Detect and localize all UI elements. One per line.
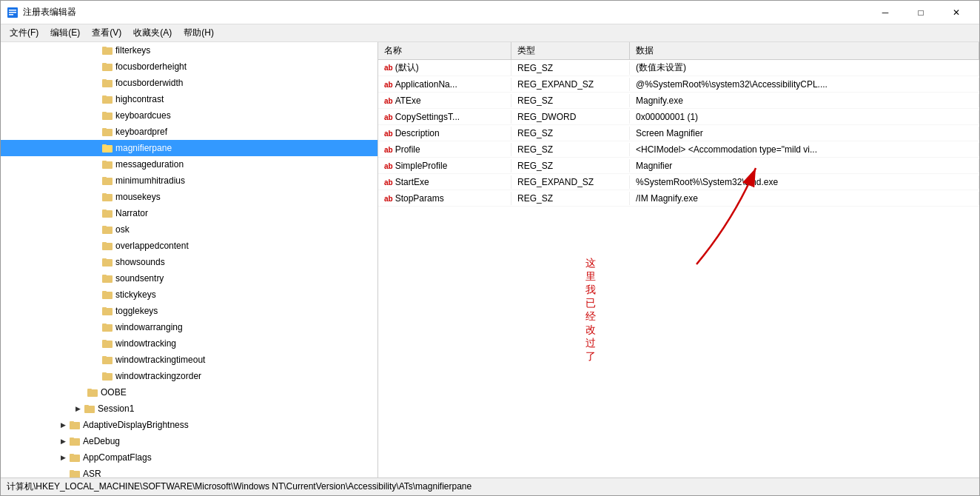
tree-item-windowtrackingtimeout[interactable]: windowtrackingtimeout bbox=[1, 352, 377, 368]
tree-item-magnifierpane[interactable]: magnifierpane bbox=[1, 140, 377, 156]
menu-help[interactable]: 帮助(H) bbox=[178, 25, 220, 41]
folder-icon bbox=[87, 386, 98, 398]
tree-item-highcontrast[interactable]: highcontrast bbox=[1, 91, 377, 107]
tree-label: messageduration bbox=[115, 159, 184, 170]
tree-container[interactable]: filterkeys focusborderheight focusborder… bbox=[1, 42, 377, 477]
tree-label: keyboardcues bbox=[115, 110, 171, 121]
reg-type: REG_SZ bbox=[511, 94, 630, 107]
header-data[interactable]: 数据 bbox=[630, 42, 979, 59]
registry-row-stopparams[interactable]: abStopParams REG_SZ /IM Magnify.exe bbox=[378, 190, 979, 207]
header-type[interactable]: 类型 bbox=[511, 42, 630, 59]
registry-row-atexe[interactable]: abATExe REG_SZ Magnify.exe bbox=[378, 93, 979, 109]
reg-type: REG_EXPAND_SZ bbox=[511, 175, 630, 189]
tree-item-osk[interactable]: osk bbox=[1, 221, 377, 238]
svg-rect-24 bbox=[102, 210, 113, 218]
svg-rect-30 bbox=[102, 259, 113, 267]
svg-rect-45 bbox=[102, 372, 107, 374]
svg-rect-2 bbox=[9, 12, 16, 13]
menu-file[interactable]: 文件(F) bbox=[4, 25, 44, 41]
title-controls: ─ □ ✕ bbox=[868, 1, 973, 24]
tree-item-session1[interactable]: ▶ Session1 bbox=[1, 401, 377, 417]
registry-row-startexe[interactable]: abStartExe REG_EXPAND_SZ %SystemRoot%\Sy… bbox=[378, 174, 979, 190]
svg-rect-14 bbox=[102, 129, 113, 136]
svg-rect-33 bbox=[102, 275, 107, 276]
tree-item-adaptivedisplaybrightness[interactable]: ▶ AdaptiveDisplayBrightness bbox=[1, 417, 377, 433]
svg-rect-6 bbox=[102, 64, 113, 71]
reg-data: /IM Magnify.exe bbox=[630, 192, 979, 205]
folder-icon bbox=[69, 419, 81, 431]
registry-row-copysettings[interactable]: abCopySettingsT... REG_DWORD 0x00000001 … bbox=[378, 109, 979, 125]
svg-rect-15 bbox=[102, 128, 107, 130]
svg-rect-23 bbox=[102, 193, 107, 195]
registry-row-profile[interactable]: abProfile REG_SZ <HCIModel> <Accommodati… bbox=[378, 141, 979, 158]
svg-rect-8 bbox=[102, 80, 113, 87]
tree-item-mousekeys[interactable]: mousekeys bbox=[1, 189, 377, 205]
tree-item-appcompatflags[interactable]: ▶ AppCompatFlags bbox=[1, 449, 377, 466]
tree-item-stickykeys[interactable]: stickykeys bbox=[1, 286, 377, 303]
tree-label: magnifierpane bbox=[115, 143, 172, 153]
tree-item-windowtracking[interactable]: windowtracking bbox=[1, 335, 377, 352]
tree-label: mousekeys bbox=[115, 192, 161, 202]
expand-icon bbox=[90, 44, 101, 56]
tree-item-asr[interactable]: ASR bbox=[1, 466, 377, 477]
tree-item-oobe[interactable]: OOBE bbox=[1, 384, 377, 401]
svg-rect-40 bbox=[102, 341, 113, 348]
registry-row-description[interactable]: abDescription REG_SZ Screen Magnifier bbox=[378, 125, 979, 141]
tree-label: highcontrast bbox=[115, 94, 164, 104]
tree-item-showsounds[interactable]: showsounds bbox=[1, 254, 377, 270]
svg-rect-34 bbox=[102, 292, 113, 299]
registry-row-simpleprofile[interactable]: abSimpleProfile REG_SZ Magnifier bbox=[378, 158, 979, 174]
svg-rect-19 bbox=[102, 161, 107, 162]
folder-icon bbox=[101, 126, 113, 138]
tree-item-keyboardpref[interactable]: keyboardpref bbox=[1, 124, 377, 140]
reg-name: abDescription bbox=[378, 127, 511, 140]
ab-icon: ab bbox=[384, 64, 393, 72]
header-name[interactable]: 名称 bbox=[378, 42, 511, 59]
folder-icon bbox=[101, 93, 113, 105]
registry-row-appname[interactable]: abApplicationNa... REG_EXPAND_SZ @%Syste… bbox=[378, 76, 979, 93]
svg-rect-43 bbox=[102, 356, 107, 358]
tree-label: stickykeys bbox=[115, 289, 156, 300]
tree-item-filterkeys[interactable]: filterkeys bbox=[1, 42, 377, 58]
status-text: 计算机\HKEY_LOCAL_MACHINE\SOFTWARE\Microsof… bbox=[7, 480, 471, 493]
tree-item-soundsentry[interactable]: soundsentry bbox=[1, 270, 377, 286]
svg-rect-47 bbox=[87, 389, 92, 390]
registry-table[interactable]: 名称 类型 数据 ab(默认) REG_SZ (数值未设置) bbox=[378, 42, 979, 477]
reg-data: Magnify.exe bbox=[630, 94, 979, 107]
svg-rect-32 bbox=[102, 275, 113, 283]
folder-icon bbox=[101, 256, 113, 268]
tree-item-windowtrackingzorder[interactable]: windowtrackingzorder bbox=[1, 368, 377, 384]
tree-label: minimumhitradius bbox=[115, 175, 185, 186]
tree-item-aedebug[interactable]: ▶ AeDebug bbox=[1, 433, 377, 449]
minimize-button[interactable]: ─ bbox=[868, 1, 902, 24]
tree-item-narrator[interactable]: Narrator bbox=[1, 205, 377, 221]
menu-view[interactable]: 查看(V) bbox=[86, 25, 127, 41]
svg-rect-17 bbox=[102, 144, 107, 146]
reg-data: 0x00000001 (1) bbox=[630, 110, 979, 124]
tree-item-windowarranging[interactable]: windowarranging bbox=[1, 319, 377, 335]
svg-rect-51 bbox=[70, 421, 74, 423]
reg-name: abApplicationNa... bbox=[378, 78, 511, 91]
tree-item-focusborderwidth[interactable]: focusborderwidth bbox=[1, 75, 377, 91]
tree-item-keyboardcues[interactable]: keyboardcues bbox=[1, 107, 377, 124]
svg-rect-44 bbox=[102, 373, 113, 381]
tree-item-overlappedcontent[interactable]: overlappedcontent bbox=[1, 238, 377, 254]
tree-item-minimumhitradius[interactable]: minimumhitradius bbox=[1, 172, 377, 189]
svg-rect-57 bbox=[70, 470, 74, 472]
menu-favorites[interactable]: 收藏夹(A) bbox=[127, 25, 178, 41]
tree-item-togglekeys[interactable]: togglekeys bbox=[1, 303, 377, 319]
registry-row-default[interactable]: ab(默认) REG_SZ (数值未设置) bbox=[378, 60, 979, 76]
tree-label: overlappedcontent bbox=[115, 241, 189, 251]
tree-item-focusborderheight[interactable]: focusborderheight bbox=[1, 58, 377, 75]
svg-rect-31 bbox=[102, 258, 107, 260]
folder-icon bbox=[101, 207, 113, 219]
close-button[interactable]: ✕ bbox=[939, 1, 973, 24]
folder-icon bbox=[101, 61, 113, 73]
svg-rect-35 bbox=[102, 291, 107, 292]
tree-item-messageduration[interactable]: messageduration bbox=[1, 156, 377, 172]
menu-edit[interactable]: 编辑(E) bbox=[44, 25, 86, 41]
folder-icon-selected bbox=[101, 142, 113, 154]
folder-icon bbox=[101, 321, 113, 333]
maximize-button[interactable]: □ bbox=[904, 1, 938, 24]
folder-icon bbox=[69, 452, 81, 463]
